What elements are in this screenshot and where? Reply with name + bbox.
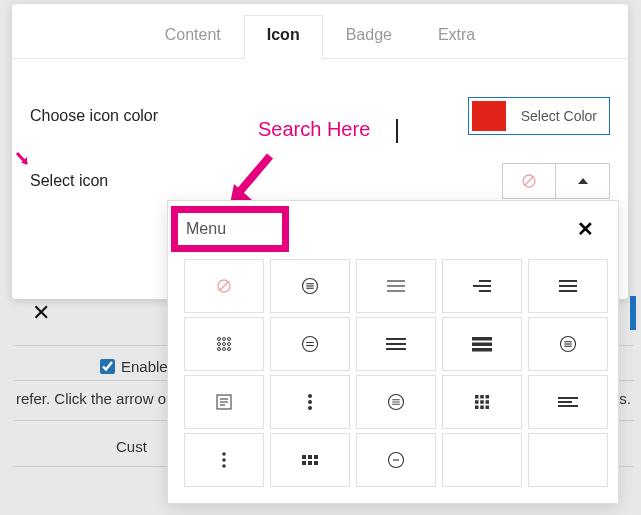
- svg-rect-56: [475, 406, 479, 410]
- icon-dots-grid-3x3[interactable]: [184, 317, 264, 371]
- svg-point-62: [222, 452, 226, 456]
- svg-rect-67: [314, 455, 318, 459]
- accent-strip: [630, 296, 636, 330]
- icon-lines-unequal[interactable]: [528, 375, 608, 429]
- svg-line-3: [220, 282, 228, 290]
- svg-rect-57: [480, 406, 484, 410]
- svg-rect-51: [480, 395, 484, 399]
- icon-hamburger-medium[interactable]: [356, 317, 436, 371]
- picker-header: ✕: [184, 213, 602, 245]
- caret-up-icon[interactable]: [556, 163, 610, 199]
- svg-rect-52: [486, 395, 490, 399]
- none-icon: [502, 163, 556, 199]
- icon-circle-lines-alt2[interactable]: [356, 375, 436, 429]
- svg-rect-66: [308, 455, 312, 459]
- svg-point-24: [223, 348, 226, 351]
- icon-list-short[interactable]: [184, 375, 264, 429]
- icon-dots-vertical[interactable]: [270, 375, 350, 429]
- annotation-arrow-small: [14, 150, 34, 170]
- svg-rect-68: [302, 461, 306, 465]
- svg-rect-55: [486, 400, 490, 404]
- svg-point-25: [228, 348, 231, 351]
- label-select-icon: Select icon: [30, 172, 230, 190]
- svg-point-23: [218, 348, 221, 351]
- icon-none[interactable]: [184, 259, 264, 313]
- select-color-button[interactable]: Select Color: [509, 98, 609, 134]
- svg-rect-34: [472, 348, 492, 352]
- svg-rect-32: [472, 337, 492, 341]
- enable-row: Enable: [100, 358, 168, 375]
- svg-point-19: [228, 338, 231, 341]
- icon-empty-1[interactable]: [442, 433, 522, 487]
- enable-label: Enable: [121, 358, 168, 375]
- svg-point-43: [308, 394, 312, 398]
- svg-point-44: [308, 400, 312, 404]
- svg-rect-54: [480, 400, 484, 404]
- icon-right-heavy[interactable]: [442, 259, 522, 313]
- icon-circle-dash[interactable]: [356, 433, 436, 487]
- svg-point-45: [308, 406, 312, 410]
- svg-rect-33: [472, 343, 492, 347]
- svg-point-22: [228, 343, 231, 346]
- icon-circle-lines-2[interactable]: [270, 317, 350, 371]
- svg-point-21: [223, 343, 226, 346]
- svg-point-18: [223, 338, 226, 341]
- svg-rect-53: [475, 400, 479, 404]
- svg-point-64: [222, 464, 226, 468]
- picker-close-button[interactable]: ✕: [569, 213, 602, 245]
- svg-line-1: [525, 177, 533, 185]
- svg-rect-69: [308, 461, 312, 465]
- tab-content[interactable]: Content: [142, 15, 244, 59]
- tab-icon[interactable]: Icon: [244, 15, 323, 59]
- svg-rect-50: [475, 395, 479, 399]
- row-select-icon: Select icon: [30, 163, 610, 199]
- icon-dots-grid-2x3[interactable]: [270, 433, 350, 487]
- icon-search-input[interactable]: [184, 214, 384, 244]
- svg-rect-58: [486, 406, 490, 410]
- icon-dots-grid-3x3-solid[interactable]: [442, 375, 522, 429]
- icon-circle-lines-alt[interactable]: [528, 317, 608, 371]
- icon-dots-vertical-alt[interactable]: [184, 433, 264, 487]
- icon-circle-lines[interactable]: [270, 259, 350, 313]
- icon-hamburger-bold[interactable]: [442, 317, 522, 371]
- annotation-search-here: Search Here: [258, 118, 370, 141]
- icon-picker-popup: ✕: [167, 200, 619, 504]
- bg-text-cust: Cust: [116, 438, 147, 455]
- svg-point-17: [218, 338, 221, 341]
- svg-point-26: [303, 337, 318, 352]
- tab-badge[interactable]: Badge: [323, 15, 415, 59]
- tab-extra[interactable]: Extra: [415, 15, 498, 59]
- tab-bar: Content Icon Badge Extra: [12, 4, 628, 59]
- label-choose-icon-color: Choose icon color: [30, 107, 230, 125]
- text-cursor: [396, 119, 398, 143]
- icon-empty-2[interactable]: [528, 433, 608, 487]
- bg-text-refer: refer. Click the arrow o: [16, 390, 166, 407]
- icon-hamburger[interactable]: [528, 259, 608, 313]
- icon-hamburger-thin[interactable]: [356, 259, 436, 313]
- icon-grid: [184, 259, 602, 487]
- color-picker[interactable]: Select Color: [468, 97, 610, 135]
- svg-point-63: [222, 458, 226, 462]
- enable-checkbox[interactable]: [100, 359, 115, 374]
- svg-rect-70: [314, 461, 318, 465]
- close-icon[interactable]: ✕: [32, 300, 50, 326]
- icon-dropdown[interactable]: [502, 163, 610, 199]
- svg-point-20: [218, 343, 221, 346]
- color-swatch: [472, 101, 506, 131]
- svg-rect-65: [302, 455, 306, 459]
